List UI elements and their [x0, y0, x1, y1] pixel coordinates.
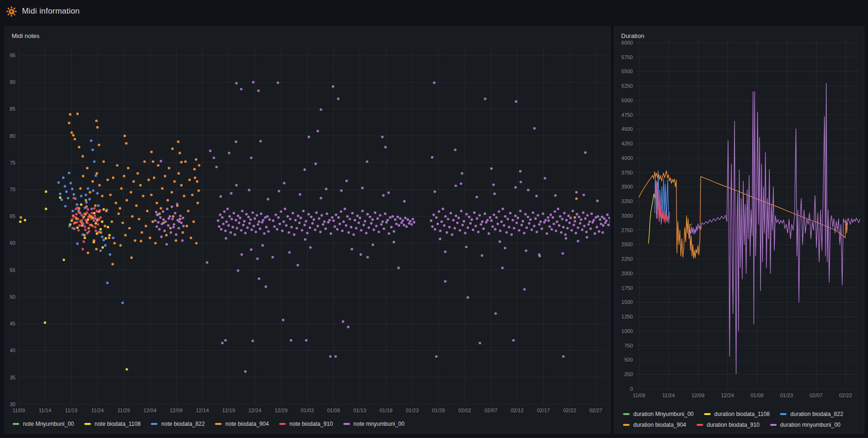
legend-swatch — [343, 423, 350, 425]
x-tick-label: 12/29 — [274, 408, 288, 413]
y-tick-label: 5000 — [622, 98, 633, 103]
x-tick-label: 01/23 — [780, 393, 793, 398]
midi-notes-legend: note Mnyumbuni_00note biodata_1108note b… — [13, 421, 604, 427]
dashboard-title: Midi information — [22, 7, 80, 16]
x-tick-label: 01/18 — [379, 408, 393, 413]
legend-swatch — [623, 413, 630, 415]
series-duration-mnyumbuni_00 — [689, 83, 860, 374]
legend-item[interactable]: duration Mnyumbuni_00 — [623, 411, 694, 417]
legend-label: note Mnyumbuni_00 — [23, 421, 74, 427]
x-tick-label: 12/14 — [196, 408, 209, 413]
legend-swatch — [151, 423, 157, 425]
y-tick-label: 65 — [10, 213, 15, 219]
x-tick-label: 11/14 — [39, 408, 52, 413]
legend-item[interactable]: note biodata_904 — [215, 421, 269, 427]
legend-label: duration biodata_904 — [633, 422, 686, 428]
x-tick-label: 01/13 — [353, 408, 366, 413]
y-tick-label: 250 — [624, 371, 633, 377]
y-tick-label: 1000 — [622, 328, 633, 334]
legend-swatch — [770, 424, 777, 426]
legend-swatch — [704, 413, 711, 415]
legend-label: note biodata_910 — [289, 421, 333, 427]
legend-label: note mnyumbuni_00 — [354, 421, 405, 427]
y-tick-label: 4000 — [622, 155, 633, 161]
legend-swatch — [697, 424, 703, 426]
x-tick-label: 11/24 — [91, 408, 104, 413]
legend-item[interactable]: note Mnyumbuni_00 — [13, 421, 74, 427]
legend-label: duration mnyumbuni_00 — [780, 422, 841, 428]
midi-notes-chart[interactable]: 303540455055606570758085909511/0911/1411… — [5, 27, 610, 433]
series-note-biodata_822 — [57, 139, 124, 304]
legend-label: note biodata_1108 — [95, 421, 141, 427]
legend-item[interactable]: note biodata_1108 — [84, 421, 141, 427]
x-tick-label: 01/08 — [327, 408, 340, 413]
duration-chart[interactable]: 0250500750100012501500175020002250250027… — [615, 27, 864, 433]
legend-swatch — [13, 423, 19, 425]
y-tick-label: 3500 — [622, 184, 633, 189]
y-tick-label: 85 — [10, 106, 15, 112]
legend-label: duration biodata_822 — [790, 411, 843, 417]
x-tick-label: 02/12 — [511, 408, 524, 413]
x-tick-label: 02/02 — [458, 408, 471, 413]
legend-swatch — [623, 424, 630, 426]
y-tick-label: 1500 — [622, 299, 633, 305]
grafana-logo-icon[interactable] — [6, 6, 17, 17]
x-tick-label: 02/07 — [484, 408, 497, 413]
y-tick-label: 45 — [10, 321, 15, 326]
y-tick-label: 750 — [624, 343, 633, 348]
duration-legend: duration Mnyumbuni_00duration biodata_11… — [623, 411, 859, 428]
y-tick-label: 4250 — [622, 141, 633, 146]
legend-item[interactable]: note mnyumbuni_00 — [343, 421, 405, 427]
x-tick-label: 01/23 — [406, 408, 419, 413]
y-tick-label: 30 — [10, 401, 15, 407]
y-tick-label: 50 — [10, 294, 15, 300]
legend-label: duration Mnyumbuni_00 — [633, 411, 694, 417]
y-tick-label: 2750 — [622, 227, 633, 233]
x-tick-label: 12/04 — [143, 408, 156, 413]
x-tick-label: 12/09 — [170, 408, 183, 413]
legend-swatch — [84, 423, 91, 425]
y-tick-label: 2500 — [622, 242, 633, 247]
panel-title-duration[interactable]: Duration — [615, 27, 864, 41]
legend-label: duration biodata_1108 — [714, 411, 770, 417]
x-tick-label: 12/24 — [248, 408, 261, 413]
legend-item[interactable]: duration biodata_1108 — [704, 411, 770, 417]
x-tick-label: 02/17 — [537, 408, 550, 413]
legend-swatch — [780, 413, 786, 415]
legend-item[interactable]: duration biodata_910 — [697, 422, 760, 428]
legend-label: note biodata_822 — [161, 421, 205, 427]
series-duration-mnyumbuni_00 — [690, 224, 692, 225]
x-tick-label: 11/09 — [13, 408, 25, 413]
grid-lines — [19, 47, 607, 404]
x-tick-label: 12/19 — [222, 408, 235, 413]
y-tick-label: 2000 — [622, 271, 633, 276]
y-tick-label: 75 — [10, 160, 15, 166]
x-tick-label: 02/22 — [563, 408, 576, 413]
x-tick-label: 11/29 — [118, 408, 130, 413]
y-tick-label: 5250 — [622, 83, 633, 89]
panel-midi-notes: Midi notes 30354045505560657075808590951… — [5, 26, 610, 433]
legend-label: duration biodata_910 — [707, 422, 760, 428]
legend-item[interactable]: duration biodata_822 — [780, 411, 843, 417]
y-tick-label: 500 — [624, 357, 633, 362]
x-tick-label: 02/22 — [839, 393, 852, 398]
panel-title-midi-notes[interactable]: Midi notes — [5, 27, 610, 41]
y-tick-label: 0 — [630, 386, 633, 392]
legend-item[interactable]: duration mnyumbuni_00 — [770, 422, 841, 428]
legend-item[interactable]: note biodata_910 — [279, 421, 333, 427]
series-note-mnyumbuni_00 — [154, 81, 610, 373]
legend-item[interactable]: duration biodata_904 — [623, 422, 686, 428]
x-tick-label: 12/24 — [721, 393, 734, 398]
y-tick-label: 40 — [10, 347, 15, 353]
y-tick-label: 3250 — [622, 198, 633, 204]
y-tick-label: 55 — [10, 267, 15, 273]
y-tick-label: 5750 — [622, 54, 633, 60]
legend-swatch — [279, 423, 286, 425]
y-tick-label: 1750 — [622, 285, 633, 291]
x-tick-label: 12/09 — [691, 393, 705, 398]
y-tick-label: 1250 — [622, 314, 633, 319]
y-tick-label: 95 — [10, 53, 15, 58]
y-tick-label: 70 — [10, 187, 15, 192]
legend-item[interactable]: note biodata_822 — [151, 421, 205, 427]
y-tick-label: 4750 — [622, 112, 633, 118]
